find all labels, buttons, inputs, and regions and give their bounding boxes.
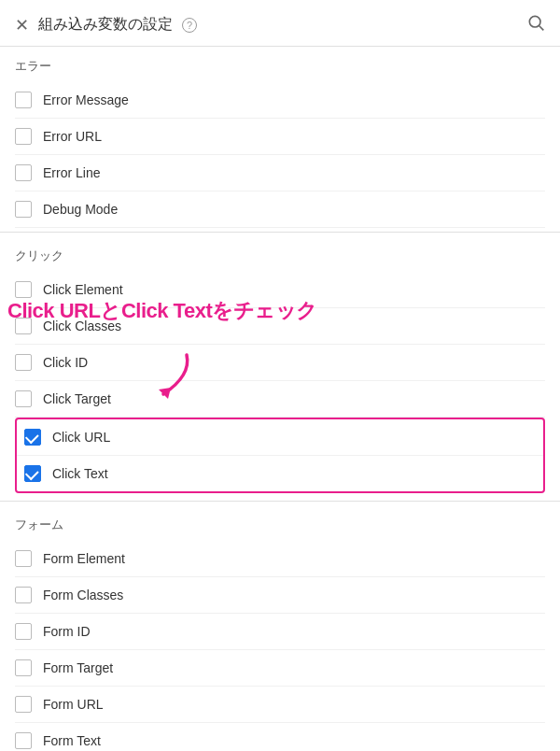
list-item: Debug Mode	[15, 191, 545, 228]
click-section: クリック	[0, 236, 560, 272]
item-label-form-element: Form Element	[43, 551, 125, 566]
item-label-debug-mode: Debug Mode	[43, 202, 118, 217]
item-label-form-target: Form Target	[43, 660, 113, 675]
item-label-error-url: Error URL	[43, 129, 102, 144]
error-section: エラー	[0, 47, 560, 82]
list-item: Error URL	[15, 119, 545, 155]
svg-line-1	[539, 26, 544, 31]
content-area: エラー Error Message Error URL Error Line D…	[0, 47, 560, 751]
search-button[interactable]	[526, 13, 545, 36]
checkbox-form-text[interactable]	[15, 732, 32, 749]
checkbox-form-target[interactable]	[15, 659, 32, 676]
svg-marker-2	[159, 388, 171, 399]
item-label-click-target: Click Target	[43, 391, 111, 406]
item-label-click-url: Click URL	[52, 430, 110, 445]
checkbox-click-text[interactable]	[24, 465, 41, 482]
list-item: Error Message	[15, 82, 545, 119]
highlight-box: Click URL Click Text	[15, 418, 545, 493]
item-label-form-classes: Form Classes	[43, 588, 123, 602]
item-label-click-text: Click Text	[52, 466, 108, 481]
help-button[interactable]: ?	[182, 18, 197, 33]
click-items: Click Element Click Classes Click ID Cli…	[0, 272, 560, 418]
list-item: Click Target	[15, 381, 545, 418]
list-item: Form Text	[15, 723, 545, 751]
checkbox-error-url[interactable]	[15, 128, 32, 145]
item-label-form-url: Form URL	[43, 697, 104, 712]
error-items: Error Message Error URL Error Line Debug…	[0, 82, 560, 228]
checkbox-form-element[interactable]	[15, 550, 32, 567]
checkbox-form-id[interactable]	[15, 623, 32, 640]
checkbox-error-line[interactable]	[15, 164, 32, 181]
item-label-click-element: Click Element	[43, 282, 123, 297]
form-section-label: フォーム	[15, 517, 545, 533]
dialog-title: 組み込み変数の設定	[38, 15, 173, 35]
checkbox-debug-mode[interactable]	[15, 201, 32, 218]
list-item: Form URL	[15, 687, 545, 723]
checkbox-form-url[interactable]	[15, 696, 32, 713]
list-item-click-url: Click URL	[17, 419, 543, 456]
list-item-click-text: Click Text	[17, 456, 543, 491]
checkbox-click-id[interactable]	[15, 354, 32, 371]
form-section: フォーム	[0, 505, 560, 541]
checkbox-click-target[interactable]	[15, 390, 32, 407]
list-item: Click ID	[15, 345, 545, 381]
svg-point-0	[529, 16, 540, 27]
list-item: Form Element	[15, 541, 545, 577]
arrow-annotation	[135, 347, 201, 407]
click-section-label: クリック	[15, 248, 545, 264]
divider-1	[0, 232, 560, 233]
checkbox-click-element[interactable]	[15, 281, 32, 298]
divider-2	[0, 501, 560, 502]
highlight-region: Click URL Click Text	[0, 418, 560, 493]
item-label-form-text: Form Text	[43, 733, 101, 748]
item-label-click-id: Click ID	[43, 355, 88, 370]
dialog-header: ✕ 組み込み変数の設定 ?	[0, 0, 560, 47]
item-label-form-id: Form ID	[43, 624, 91, 639]
checkbox-click-url[interactable]	[24, 429, 41, 446]
annotation-text: Click URLとClick Textをチェック	[7, 297, 317, 325]
checkbox-error-message[interactable]	[15, 92, 32, 108]
form-items: Form Element Form Classes Form ID Form T…	[0, 541, 560, 751]
checkbox-form-classes[interactable]	[15, 587, 32, 603]
item-label-error-line: Error Line	[43, 165, 100, 180]
list-item: Form ID	[15, 614, 545, 650]
header-left: ✕ 組み込み変数の設定 ?	[15, 15, 197, 35]
item-label-error-message: Error Message	[43, 92, 129, 107]
close-button[interactable]: ✕	[15, 17, 29, 34]
list-item: Form Classes	[15, 577, 545, 614]
list-item: Form Target	[15, 650, 545, 687]
error-section-label: エラー	[15, 58, 545, 75]
list-item: Error Line	[15, 155, 545, 191]
